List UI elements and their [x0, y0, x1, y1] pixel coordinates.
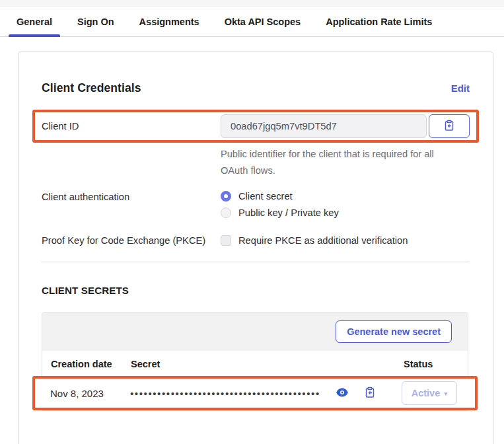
- secret-cell: ••••••••••••••••••••••••••••••••••••••••…: [130, 387, 402, 400]
- radio-public-private-key[interactable]: Public key / Private key: [221, 207, 470, 218]
- creation-date-cell: Nov 8, 2023: [50, 388, 130, 399]
- radio-label: Client secret: [238, 191, 293, 202]
- client-authentication-row: Client authentication Client secret Publ…: [42, 191, 470, 218]
- client-id-label: Client ID: [42, 121, 221, 131]
- client-id-row: Client ID: [42, 114, 470, 138]
- eye-icon: [336, 388, 348, 399]
- client-secrets-table: Generate new secret Creation date Secret…: [42, 312, 468, 411]
- generate-new-secret-button[interactable]: Generate new secret: [336, 320, 452, 343]
- client-id-value-cell: [221, 114, 470, 138]
- table-row: Nov 8, 2023 ••••••••••••••••••••••••••••…: [35, 379, 475, 408]
- radio-selected-icon[interactable]: [221, 191, 231, 202]
- general-settings-card: Client Credentials Edit Client ID: [18, 52, 493, 444]
- tab-label: Okta API Scopes: [225, 17, 301, 27]
- col-header-creation-date: Creation date: [51, 359, 131, 369]
- radio-unselected-icon[interactable]: [221, 207, 231, 218]
- col-header-secret: Secret: [131, 359, 404, 369]
- client-authentication-options: Client secret Public key / Private key: [221, 191, 470, 218]
- client-id-input[interactable]: [221, 114, 427, 138]
- clipboard-icon: [443, 120, 455, 133]
- tab-sign-on[interactable]: Sign On: [69, 7, 122, 36]
- tab-general[interactable]: General: [9, 7, 60, 36]
- copy-secret-button[interactable]: [364, 387, 376, 400]
- client-credentials-header: Client Credentials Edit: [42, 81, 470, 95]
- edit-link[interactable]: Edit: [451, 83, 470, 94]
- tab-label: General: [17, 17, 52, 27]
- tab-label: Sign On: [77, 17, 114, 27]
- col-header-status: Status: [404, 359, 459, 369]
- radio-client-secret[interactable]: Client secret: [221, 191, 470, 202]
- client-id-help-row: Public identifier for the client that is…: [42, 146, 470, 179]
- radio-label: Public key / Private key: [238, 207, 339, 218]
- chevron-down-icon: ▾: [444, 390, 447, 397]
- status-label: Active: [412, 388, 441, 398]
- app-tabbar: General Sign On Assignments Okta API Sco…: [0, 7, 504, 37]
- client-secrets-title: CLIENT SECRETS: [42, 285, 470, 296]
- annotation-highlight-client-id: Client ID: [32, 110, 479, 143]
- tab-label: Assignments: [139, 17, 199, 27]
- secrets-toolbar: Generate new secret: [42, 313, 468, 351]
- checkbox-unchecked-icon[interactable]: [221, 235, 231, 246]
- checkbox-label: Require PKCE as additional verification: [238, 235, 408, 246]
- section-divider: [42, 262, 470, 262]
- client-id-help-text: Public identifier for the client that is…: [221, 146, 456, 179]
- pkce-label: Proof Key for Code Exchange (PKCE): [42, 235, 221, 246]
- tab-application-rate-limits[interactable]: Application Rate Limits: [318, 7, 440, 36]
- copy-client-id-button[interactable]: [429, 114, 470, 138]
- client-authentication-label: Client authentication: [42, 191, 221, 202]
- table-header-row: Creation date Secret Status: [42, 351, 468, 378]
- reveal-secret-button[interactable]: [336, 388, 348, 399]
- top-strip: [0, 0, 504, 7]
- clipboard-icon: [364, 387, 376, 400]
- pkce-row: Proof Key for Code Exchange (PKCE) Requi…: [42, 235, 470, 246]
- tab-assignments[interactable]: Assignments: [131, 7, 207, 36]
- status-dropdown[interactable]: Active ▾: [402, 381, 457, 405]
- masked-secret-value: ••••••••••••••••••••••••••••••••••••••••…: [130, 388, 320, 399]
- section-title: Client Credentials: [42, 81, 141, 95]
- annotation-highlight-secret-row: Nov 8, 2023 ••••••••••••••••••••••••••••…: [32, 376, 478, 410]
- tab-okta-api-scopes[interactable]: Okta API Scopes: [217, 7, 309, 36]
- pkce-checkbox-option[interactable]: Require PKCE as additional verification: [221, 235, 470, 246]
- tab-label: Application Rate Limits: [326, 17, 432, 27]
